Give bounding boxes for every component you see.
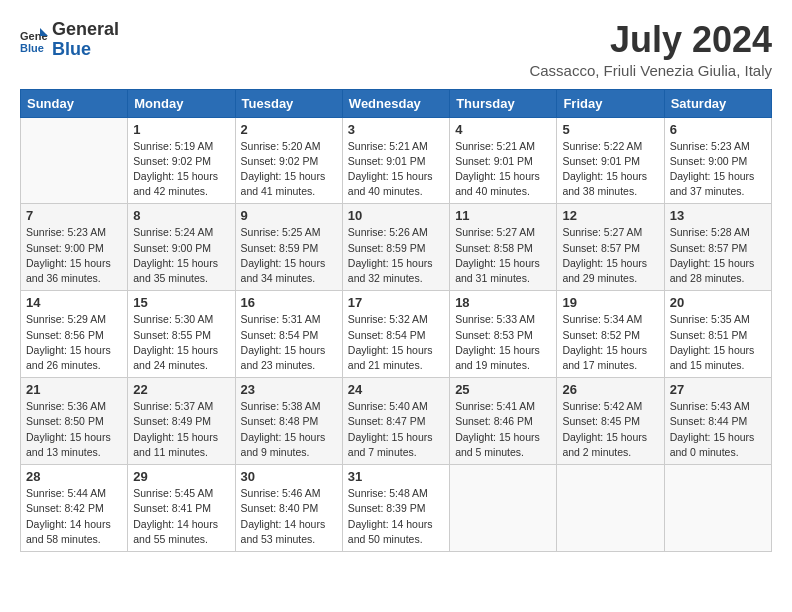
day-info: Sunrise: 5:24 AM Sunset: 9:00 PM Dayligh… bbox=[133, 225, 229, 286]
day-info: Sunrise: 5:37 AM Sunset: 8:49 PM Dayligh… bbox=[133, 399, 229, 460]
day-number: 29 bbox=[133, 469, 229, 484]
calendar-cell: 23Sunrise: 5:38 AM Sunset: 8:48 PM Dayli… bbox=[235, 378, 342, 465]
calendar-cell: 2Sunrise: 5:20 AM Sunset: 9:02 PM Daylig… bbox=[235, 117, 342, 204]
calendar-cell: 18Sunrise: 5:33 AM Sunset: 8:53 PM Dayli… bbox=[450, 291, 557, 378]
day-number: 2 bbox=[241, 122, 337, 137]
calendar-cell: 17Sunrise: 5:32 AM Sunset: 8:54 PM Dayli… bbox=[342, 291, 449, 378]
day-number: 13 bbox=[670, 208, 766, 223]
day-info: Sunrise: 5:34 AM Sunset: 8:52 PM Dayligh… bbox=[562, 312, 658, 373]
logo-general-text: General bbox=[52, 20, 119, 40]
day-number: 5 bbox=[562, 122, 658, 137]
calendar-cell: 5Sunrise: 5:22 AM Sunset: 9:01 PM Daylig… bbox=[557, 117, 664, 204]
day-number: 20 bbox=[670, 295, 766, 310]
week-row-3: 14Sunrise: 5:29 AM Sunset: 8:56 PM Dayli… bbox=[21, 291, 772, 378]
day-number: 9 bbox=[241, 208, 337, 223]
day-number: 1 bbox=[133, 122, 229, 137]
day-number: 19 bbox=[562, 295, 658, 310]
day-number: 16 bbox=[241, 295, 337, 310]
day-info: Sunrise: 5:21 AM Sunset: 9:01 PM Dayligh… bbox=[348, 139, 444, 200]
svg-text:Blue: Blue bbox=[20, 42, 44, 54]
calendar-cell bbox=[664, 465, 771, 552]
day-info: Sunrise: 5:20 AM Sunset: 9:02 PM Dayligh… bbox=[241, 139, 337, 200]
calendar-cell: 21Sunrise: 5:36 AM Sunset: 8:50 PM Dayli… bbox=[21, 378, 128, 465]
day-info: Sunrise: 5:22 AM Sunset: 9:01 PM Dayligh… bbox=[562, 139, 658, 200]
day-number: 8 bbox=[133, 208, 229, 223]
day-header-monday: Monday bbox=[128, 89, 235, 117]
day-info: Sunrise: 5:25 AM Sunset: 8:59 PM Dayligh… bbox=[241, 225, 337, 286]
calendar-cell: 20Sunrise: 5:35 AM Sunset: 8:51 PM Dayli… bbox=[664, 291, 771, 378]
title-area: July 2024 Cassacco, Friuli Venezia Giuli… bbox=[529, 20, 772, 79]
day-number: 10 bbox=[348, 208, 444, 223]
calendar-cell: 25Sunrise: 5:41 AM Sunset: 8:46 PM Dayli… bbox=[450, 378, 557, 465]
day-number: 21 bbox=[26, 382, 122, 397]
day-info: Sunrise: 5:48 AM Sunset: 8:39 PM Dayligh… bbox=[348, 486, 444, 547]
calendar-cell: 1Sunrise: 5:19 AM Sunset: 9:02 PM Daylig… bbox=[128, 117, 235, 204]
day-number: 11 bbox=[455, 208, 551, 223]
day-number: 24 bbox=[348, 382, 444, 397]
logo-icon: General Blue bbox=[20, 26, 48, 54]
day-number: 14 bbox=[26, 295, 122, 310]
day-header-friday: Friday bbox=[557, 89, 664, 117]
day-info: Sunrise: 5:45 AM Sunset: 8:41 PM Dayligh… bbox=[133, 486, 229, 547]
day-info: Sunrise: 5:32 AM Sunset: 8:54 PM Dayligh… bbox=[348, 312, 444, 373]
day-number: 17 bbox=[348, 295, 444, 310]
calendar-cell: 29Sunrise: 5:45 AM Sunset: 8:41 PM Dayli… bbox=[128, 465, 235, 552]
calendar-cell bbox=[557, 465, 664, 552]
calendar-cell: 12Sunrise: 5:27 AM Sunset: 8:57 PM Dayli… bbox=[557, 204, 664, 291]
week-row-1: 1Sunrise: 5:19 AM Sunset: 9:02 PM Daylig… bbox=[21, 117, 772, 204]
day-number: 4 bbox=[455, 122, 551, 137]
day-info: Sunrise: 5:31 AM Sunset: 8:54 PM Dayligh… bbox=[241, 312, 337, 373]
day-info: Sunrise: 5:33 AM Sunset: 8:53 PM Dayligh… bbox=[455, 312, 551, 373]
calendar-table: SundayMondayTuesdayWednesdayThursdayFrid… bbox=[20, 89, 772, 552]
day-info: Sunrise: 5:46 AM Sunset: 8:40 PM Dayligh… bbox=[241, 486, 337, 547]
calendar-cell: 10Sunrise: 5:26 AM Sunset: 8:59 PM Dayli… bbox=[342, 204, 449, 291]
day-info: Sunrise: 5:27 AM Sunset: 8:58 PM Dayligh… bbox=[455, 225, 551, 286]
calendar-cell: 19Sunrise: 5:34 AM Sunset: 8:52 PM Dayli… bbox=[557, 291, 664, 378]
calendar-cell bbox=[21, 117, 128, 204]
day-info: Sunrise: 5:40 AM Sunset: 8:47 PM Dayligh… bbox=[348, 399, 444, 460]
day-info: Sunrise: 5:35 AM Sunset: 8:51 PM Dayligh… bbox=[670, 312, 766, 373]
calendar-cell: 26Sunrise: 5:42 AM Sunset: 8:45 PM Dayli… bbox=[557, 378, 664, 465]
day-number: 7 bbox=[26, 208, 122, 223]
day-info: Sunrise: 5:44 AM Sunset: 8:42 PM Dayligh… bbox=[26, 486, 122, 547]
calendar-cell: 14Sunrise: 5:29 AM Sunset: 8:56 PM Dayli… bbox=[21, 291, 128, 378]
header: General Blue General Blue July 2024 Cass… bbox=[20, 20, 772, 79]
calendar-cell bbox=[450, 465, 557, 552]
day-header-thursday: Thursday bbox=[450, 89, 557, 117]
calendar-cell: 30Sunrise: 5:46 AM Sunset: 8:40 PM Dayli… bbox=[235, 465, 342, 552]
day-info: Sunrise: 5:41 AM Sunset: 8:46 PM Dayligh… bbox=[455, 399, 551, 460]
day-info: Sunrise: 5:30 AM Sunset: 8:55 PM Dayligh… bbox=[133, 312, 229, 373]
month-title: July 2024 bbox=[529, 20, 772, 60]
day-number: 6 bbox=[670, 122, 766, 137]
day-number: 25 bbox=[455, 382, 551, 397]
day-info: Sunrise: 5:29 AM Sunset: 8:56 PM Dayligh… bbox=[26, 312, 122, 373]
week-row-4: 21Sunrise: 5:36 AM Sunset: 8:50 PM Dayli… bbox=[21, 378, 772, 465]
day-info: Sunrise: 5:23 AM Sunset: 9:00 PM Dayligh… bbox=[670, 139, 766, 200]
day-number: 30 bbox=[241, 469, 337, 484]
day-number: 27 bbox=[670, 382, 766, 397]
day-info: Sunrise: 5:28 AM Sunset: 8:57 PM Dayligh… bbox=[670, 225, 766, 286]
calendar-cell: 6Sunrise: 5:23 AM Sunset: 9:00 PM Daylig… bbox=[664, 117, 771, 204]
day-header-sunday: Sunday bbox=[21, 89, 128, 117]
day-header-tuesday: Tuesday bbox=[235, 89, 342, 117]
calendar-cell: 15Sunrise: 5:30 AM Sunset: 8:55 PM Dayli… bbox=[128, 291, 235, 378]
day-number: 26 bbox=[562, 382, 658, 397]
day-info: Sunrise: 5:23 AM Sunset: 9:00 PM Dayligh… bbox=[26, 225, 122, 286]
day-number: 3 bbox=[348, 122, 444, 137]
calendar-cell: 4Sunrise: 5:21 AM Sunset: 9:01 PM Daylig… bbox=[450, 117, 557, 204]
day-number: 31 bbox=[348, 469, 444, 484]
calendar-cell: 13Sunrise: 5:28 AM Sunset: 8:57 PM Dayli… bbox=[664, 204, 771, 291]
logo-blue-text: Blue bbox=[52, 40, 119, 60]
day-number: 12 bbox=[562, 208, 658, 223]
day-header-saturday: Saturday bbox=[664, 89, 771, 117]
day-info: Sunrise: 5:26 AM Sunset: 8:59 PM Dayligh… bbox=[348, 225, 444, 286]
calendar-cell: 16Sunrise: 5:31 AM Sunset: 8:54 PM Dayli… bbox=[235, 291, 342, 378]
day-info: Sunrise: 5:38 AM Sunset: 8:48 PM Dayligh… bbox=[241, 399, 337, 460]
logo: General Blue General Blue bbox=[20, 20, 119, 60]
day-number: 22 bbox=[133, 382, 229, 397]
day-info: Sunrise: 5:19 AM Sunset: 9:02 PM Dayligh… bbox=[133, 139, 229, 200]
calendar-cell: 3Sunrise: 5:21 AM Sunset: 9:01 PM Daylig… bbox=[342, 117, 449, 204]
day-number: 28 bbox=[26, 469, 122, 484]
day-number: 18 bbox=[455, 295, 551, 310]
day-info: Sunrise: 5:43 AM Sunset: 8:44 PM Dayligh… bbox=[670, 399, 766, 460]
